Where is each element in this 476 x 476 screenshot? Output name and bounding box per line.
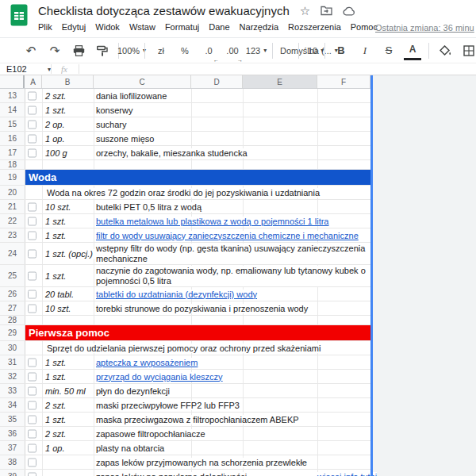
row-number-30[interactable]: 30 [0,341,25,355]
checkbox[interactable] [28,231,36,240]
item-text[interactable]: suszone mięso [94,134,155,144]
row-number-35[interactable]: 35 [0,413,25,426]
more-info-link[interactable]: więcej info tutaj [317,472,377,476]
row-number-26[interactable]: 26 [0,287,25,301]
section-band[interactable]: Pierwsza pomoc [25,325,370,340]
row-number-15[interactable]: 15 [0,117,25,131]
menu-wstaw[interactable]: Wstaw [125,21,160,33]
item-text[interactable]: plasty na obtarcia [94,443,166,453]
italic-button[interactable]: I [356,41,374,60]
column-header-a[interactable]: A [25,75,42,88]
row-number-23[interactable]: 23 [0,228,25,242]
item-qty[interactable]: 1 szt. (opcj.) [45,249,94,259]
checkbox[interactable] [28,106,36,114]
row-number-39[interactable]: 39 [0,470,25,476]
checkbox[interactable] [28,401,36,409]
row-number-37[interactable]: 37 [0,441,25,455]
item-link[interactable]: apteczka z wyposażeniem [94,358,199,367]
checkbox[interactable] [28,148,36,157]
more-formats-button[interactable]: 123▾ [248,41,265,60]
row-number-16[interactable]: 16 [0,132,25,145]
row-number-13[interactable]: 13 [0,89,25,102]
row-number-38[interactable]: 38 [0,455,25,469]
name-box[interactable]: E102 ▾ [0,64,51,74]
row-number-29[interactable]: 29 [0,325,25,340]
column-header-e[interactable]: E [243,75,317,88]
item-text[interactable]: płyn do dezynfekcji [94,386,171,396]
item-qty[interactable]: 20 tabl. [45,290,75,299]
item-text[interactable]: konserwy [94,106,134,115]
item-qty[interactable]: 1 szt. [45,106,67,115]
checkbox[interactable] [28,443,36,452]
row-number-19[interactable]: 19 [0,170,25,185]
item-link[interactable]: tabletki do uzdatniania (dezynfekcji) wo… [94,290,259,299]
row-number-17[interactable]: 17 [0,146,25,159]
menu-narzędzia[interactable]: Narzędzia [235,21,284,33]
item-link[interactable]: butelka metalowa lub plastikowa z wodą o… [94,217,331,226]
row-number-36[interactable]: 36 [0,427,25,440]
checkbox[interactable] [28,91,36,100]
undo-icon[interactable]: ↶ [22,41,40,60]
section-note[interactable]: Woda na okres 72 godzin oraz środki do j… [45,188,321,198]
item-text[interactable]: torebki strunowe do pozyskiwania i przen… [94,304,309,313]
text-color-button[interactable]: A [404,41,421,60]
item-qty[interactable]: 1 szt. [45,372,67,382]
section-band[interactable]: Woda [25,170,370,185]
row-number-27[interactable]: 27 [0,301,25,315]
row-number-20[interactable]: 20 [0,186,25,199]
item-qty[interactable]: 2 szt. [45,401,67,410]
format-currency-button[interactable]: zł [152,41,170,60]
checkbox[interactable] [28,429,36,438]
checkbox[interactable] [28,120,36,129]
item-text[interactable]: suchary [94,120,129,129]
last-edit-link[interactable]: Ostatnia zmiana: 36 minu [375,23,474,33]
item-qty[interactable]: 1 op. [45,443,66,453]
menu-widok[interactable]: Widok [90,21,125,33]
checkbox[interactable] [28,415,36,424]
item-link[interactable]: filtr do wody usuwający zanieczyszczenia… [94,231,360,240]
item-text[interactable]: maski przeciwpyłowe FFP2 lub FFP3 [94,401,241,410]
star-icon[interactable]: ☆ [300,5,310,17]
item-qty[interactable]: 1 szt. [45,415,67,424]
item-text[interactable]: wstępny filtr do wody (np. gęsta tkanina… [94,244,370,264]
column-header-b[interactable]: B [42,75,94,88]
row-number-24[interactable]: 24 [0,243,25,264]
select-all-corner[interactable] [0,75,25,88]
checkbox[interactable] [28,472,36,476]
item-text[interactable]: zapasowe filtropochłaniacze [94,429,207,439]
row-number-22[interactable]: 22 [0,214,25,228]
item-qty[interactable]: 2 op. [45,120,66,129]
item-qty[interactable]: 10 szt. [45,202,72,212]
menu-edytuj[interactable]: Edytuj [57,21,91,33]
checkbox[interactable] [28,304,36,313]
borders-icon[interactable] [460,41,476,60]
item-text[interactable]: zapas leków na popularne dolegliwości [94,472,248,476]
item-qty[interactable]: 2 szt. [45,429,67,439]
increase-decimal-button[interactable]: .00→ [224,41,241,60]
zoom-select[interactable]: 100%▾ [123,41,140,60]
format-percent-button[interactable]: % [176,41,194,60]
checkbox[interactable] [28,386,36,395]
checkbox[interactable] [28,358,36,367]
column-header-c[interactable]: C [94,75,191,88]
item-link[interactable]: przyrząd do wyciągania kleszczy [94,372,225,382]
item-qty[interactable]: 1 szt. [45,271,67,281]
column-header-f[interactable]: F [317,75,370,88]
checkbox[interactable] [28,458,36,466]
item-text[interactable]: naczynie do zagotowania wody, np. emalio… [94,266,370,286]
row-number-25[interactable]: 25 [0,265,25,286]
item-qty[interactable]: min. 50 ml [45,386,87,396]
checkbox[interactable] [28,202,36,211]
row-number-14[interactable]: 14 [0,103,25,117]
menu-rozszerzenia[interactable]: Rozszerzenia [283,21,346,33]
bold-button[interactable]: B [332,41,350,60]
document-status-cloud-icon[interactable] [343,6,356,16]
item-qty[interactable]: 10 szt. [45,304,72,313]
section-note[interactable]: Sprzęt do udzielania pierwszej pomocy or… [45,344,322,353]
strikethrough-button[interactable]: S [380,41,397,60]
print-icon[interactable] [70,41,87,60]
row-number-34[interactable]: 34 [0,398,25,412]
checkbox[interactable] [28,249,36,258]
item-qty[interactable]: 1 szt. [45,358,67,367]
sheets-logo-icon[interactable] [10,4,28,29]
